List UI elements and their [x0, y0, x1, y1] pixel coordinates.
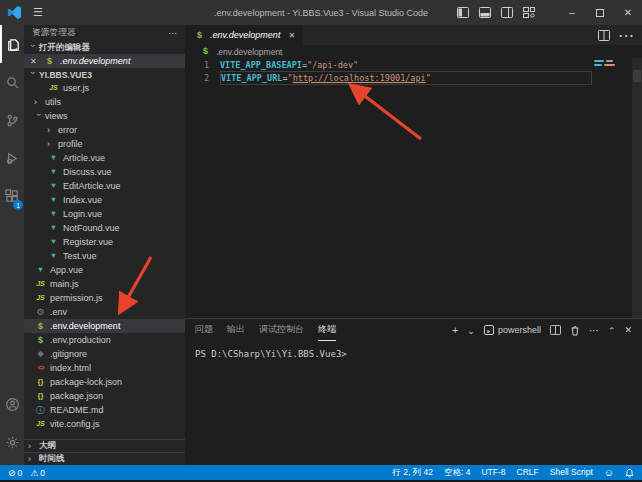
scrollbar-slider[interactable] — [633, 70, 641, 82]
tree-item-label: README.md — [50, 405, 104, 415]
timeline-section[interactable]: 时间线 — [24, 452, 185, 465]
tree-item-permission.js[interactable]: permission.js — [24, 291, 185, 305]
js-file-icon — [34, 280, 47, 288]
minimize-button[interactable] — [558, 0, 586, 25]
tree-item-index.html[interactable]: index.html — [24, 361, 185, 375]
feedback-icon[interactable] — [604, 467, 614, 478]
token-string: " — [426, 73, 431, 83]
status-item-3[interactable]: CRLF — [517, 467, 539, 479]
account-icon[interactable] — [0, 385, 24, 423]
tree-item-README.md[interactable]: README.md — [24, 403, 185, 417]
tab-label: .env.development — [210, 30, 280, 40]
code-line-2[interactable]: 2VITE_APP_URL="http://localhost:19001/ap… — [185, 72, 642, 85]
tree-item-App.vue[interactable]: App.vue — [24, 263, 185, 277]
maximize-panel-icon[interactable] — [608, 325, 616, 336]
close-editor-icon[interactable] — [30, 57, 39, 66]
tree-item-views[interactable]: views — [24, 109, 185, 123]
panel-tab-输出[interactable]: 输出 — [227, 319, 245, 341]
terminal-profile[interactable]: powershell — [484, 325, 541, 335]
tree-item-.env[interactable]: .env — [24, 305, 185, 319]
tree-item-utils[interactable]: utils — [24, 95, 185, 109]
breadcrumb[interactable]: .env.development — [185, 45, 642, 58]
tree-item-Register.vue[interactable]: Register.vue — [24, 235, 185, 249]
toggle-panel-icon[interactable] — [479, 7, 491, 18]
open-editors-section[interactable]: 打开的编辑器 — [24, 41, 185, 54]
close-panel-icon[interactable] — [624, 325, 632, 335]
tree-item-user.js[interactable]: user.js — [24, 81, 185, 95]
minimap[interactable] — [594, 60, 630, 68]
close-window-button[interactable] — [614, 0, 642, 25]
chevron-down-icon — [34, 113, 43, 121]
split-terminal-icon[interactable] — [550, 325, 561, 335]
status-item-2[interactable]: UTF-8 — [481, 467, 505, 479]
project-section[interactable]: YI.BBS.VUE3 — [24, 68, 185, 81]
token-string-link[interactable]: http://localhost:19001/api — [293, 73, 426, 83]
chevron-right-icon — [28, 442, 36, 451]
activity-source-control-icon[interactable] — [0, 101, 24, 139]
tree-item-label: Login.vue — [63, 209, 102, 219]
panel-tab-调试控制台[interactable]: 调试控制台 — [259, 319, 304, 341]
panel-tab-terminal-active[interactable]: 终端 — [318, 319, 336, 341]
tree-item-.env.development[interactable]: .env.development — [24, 319, 185, 333]
tree-item-package.json[interactable]: package.json — [24, 389, 185, 403]
tree-item-error[interactable]: error — [24, 123, 185, 137]
toggle-sidebar-icon[interactable] — [457, 7, 469, 18]
tree-item-Test.vue[interactable]: Test.vue — [24, 249, 185, 263]
vue-file-icon — [34, 266, 47, 274]
panel-more-actions-icon[interactable] — [589, 325, 599, 336]
activity-explorer-icon[interactable] — [0, 25, 24, 63]
editor-scrollbar[interactable] — [632, 58, 642, 318]
activity-run-debug-icon[interactable] — [0, 139, 24, 177]
outline-section[interactable]: 大纲 — [24, 439, 185, 452]
menu-icon[interactable] — [33, 6, 43, 19]
open-editor-item[interactable]: .env.development — [24, 54, 185, 68]
terminal-output[interactable]: PS D:\CSharp\Yi\Yi.BBS.Vue3> — [185, 341, 642, 465]
kill-terminal-trash-icon[interactable] — [570, 325, 580, 336]
warnings-status[interactable]: 0 — [30, 468, 45, 478]
editor-more-actions-icon[interactable] — [618, 26, 634, 45]
status-item-1[interactable]: 空格: 4 — [444, 467, 470, 479]
warnings-count: 0 — [40, 468, 45, 478]
tab-env-development[interactable]: .env.development — [185, 25, 303, 45]
errors-status[interactable]: 0 — [8, 468, 22, 478]
file-tree: user.jsutilsviewserrorprofileArticle.vue… — [24, 81, 185, 431]
status-item-4[interactable]: Shell Script — [550, 467, 593, 479]
chevron-right-icon — [28, 455, 36, 464]
settings-gear-icon[interactable] — [0, 423, 24, 461]
activity-extensions-icon[interactable]: 1 — [0, 177, 24, 215]
explorer-more-actions-icon[interactable] — [168, 28, 177, 38]
tree-item-NotFound.vue[interactable]: NotFound.vue — [24, 221, 185, 235]
close-tab-icon[interactable] — [288, 31, 295, 40]
new-terminal-icon[interactable] — [452, 324, 458, 336]
tree-item-Article.vue[interactable]: Article.vue — [24, 151, 185, 165]
notifications-bell-icon[interactable] — [625, 468, 634, 478]
customize-layout-icon[interactable] — [523, 7, 536, 18]
panel-tab-bar: 问题输出调试控制台终端 powershell — [185, 319, 642, 341]
vue-file-icon — [47, 168, 60, 176]
status-bar: 0 0 行 2, 列 42空格: 4UTF-8CRLFShell Script — [0, 465, 642, 480]
activity-search-icon[interactable] — [0, 63, 24, 101]
tree-item-package-lock.json[interactable]: package-lock.json — [24, 375, 185, 389]
dollar-file-icon — [34, 336, 47, 345]
split-editor-icon[interactable] — [598, 30, 610, 41]
tree-item-.gitignore[interactable]: .gitignore — [24, 347, 185, 361]
tree-item-Login.vue[interactable]: Login.vue — [24, 207, 185, 221]
tree-item-label: package-lock.json — [50, 377, 122, 387]
tree-item-Index.vue[interactable]: Index.vue — [24, 193, 185, 207]
tree-item-main.js[interactable]: main.js — [24, 277, 185, 291]
code-editor[interactable]: 1VITE_APP_BASEAPI="/api-dev"2VITE_APP_UR… — [185, 58, 642, 318]
vue-file-icon — [47, 196, 60, 204]
sidebar-explorer: 资源管理器 打开的编辑器 .env.development YI.BBS.VUE… — [24, 25, 185, 465]
tree-item-.env.production[interactable]: .env.production — [24, 333, 185, 347]
toggle-secondary-sidebar-icon[interactable] — [501, 7, 513, 18]
tree-item-Discuss.vue[interactable]: Discuss.vue — [24, 165, 185, 179]
tree-item-label: user.js — [63, 83, 89, 93]
tree-item-EditArticle.vue[interactable]: EditArticle.vue — [24, 179, 185, 193]
terminal-dropdown-icon[interactable] — [467, 325, 475, 336]
tree-item-vite.config.js[interactable]: vite.config.js — [24, 417, 185, 431]
status-item-0[interactable]: 行 2, 列 42 — [392, 467, 433, 479]
tree-item-label: main.js — [50, 279, 79, 289]
tree-item-profile[interactable]: profile — [24, 137, 185, 151]
maximize-button[interactable] — [586, 0, 614, 25]
panel-tab-问题[interactable]: 问题 — [195, 319, 213, 341]
